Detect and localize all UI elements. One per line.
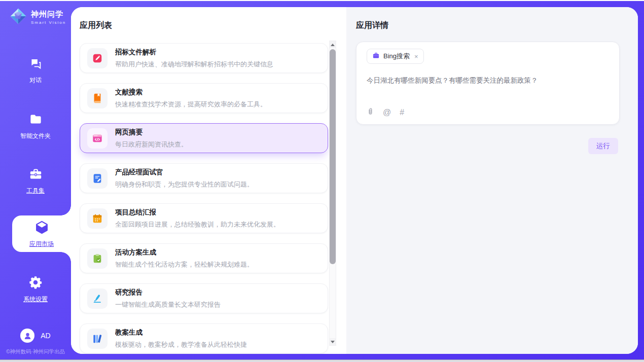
tool-tag-label: Bing搜索 bbox=[383, 52, 410, 61]
browser-code-icon bbox=[87, 128, 108, 149]
list-item-desc: 快速精准查找学术资源，提高研究效率的必备工具。 bbox=[115, 100, 267, 109]
list-item-desc: 帮助用户快速、准确地理解和解析招标书中的关键信息 bbox=[115, 60, 273, 69]
sidebar-item-label: 智能文件夹 bbox=[20, 132, 51, 140]
list-item-title: 文献搜索 bbox=[115, 88, 267, 97]
sidebar-item-chat[interactable]: 对话 bbox=[0, 57, 71, 85]
scrollbar-thumb[interactable] bbox=[330, 49, 336, 264]
sidebar-item-app-market[interactable]: 应用市场 bbox=[12, 215, 71, 252]
list-item-event-plan[interactable]: 活动方案生成 智能生成个性化活动方案，轻松解决规划难题。 bbox=[80, 243, 328, 273]
brand-logo: 神州问学 Smart Vision bbox=[9, 7, 66, 27]
list-item-project-summary[interactable]: 项目总结汇报 全面回顾项目进展，总结经验教训，助力未来优化发展。 bbox=[80, 203, 328, 233]
sidebar-item-label: 系统设置 bbox=[23, 295, 48, 304]
triangle-down-icon bbox=[331, 341, 335, 343]
list-item-desc: 全面回顾项目进展，总结经验教训，助力未来优化发展。 bbox=[115, 220, 280, 229]
avatar[interactable] bbox=[20, 329, 34, 343]
list-item-desc: 模板驱动，教案秒成，教学准备从此轻松快捷 bbox=[115, 340, 247, 349]
copyright-text: ©神州数码·神州问学出品 bbox=[0, 348, 71, 355]
app-list-title: 应用列表 bbox=[80, 20, 112, 31]
query-card[interactable]: Bing搜索 × 今日湖北有哪些新闻要点？有哪些需要关注的最新政策？ @ # bbox=[356, 42, 620, 125]
sidebar-item-label: 对话 bbox=[29, 76, 42, 85]
edit-document-icon bbox=[87, 48, 108, 68]
diamond-logo-icon bbox=[9, 7, 27, 27]
list-item-title: 教案生成 bbox=[115, 328, 247, 337]
clipboard-check-icon bbox=[87, 248, 108, 269]
sidebar: 神州问学 Smart Vision 对话 智能文件夹 bbox=[0, 1, 71, 360]
sidebar-item-label: 工具集 bbox=[26, 187, 45, 195]
list-item-pm-interviewer[interactable]: 产品经理面试官 明确身份和职责，为您提供专业性的面试问题。 bbox=[80, 163, 328, 193]
list-item-title: 活动方案生成 bbox=[115, 248, 254, 257]
list-scrollbar[interactable] bbox=[329, 41, 336, 346]
list-item-desc: 智能生成个性化活动方案，轻松解决规划难题。 bbox=[115, 260, 254, 269]
list-item-title: 产品经理面试官 bbox=[115, 168, 254, 177]
book-icon bbox=[87, 88, 108, 108]
folder-icon bbox=[29, 113, 43, 128]
interview-doc-icon bbox=[87, 168, 108, 189]
list-item-title: 网页摘要 bbox=[115, 128, 188, 137]
briefcase-icon bbox=[372, 52, 380, 61]
sidebar-item-smart-folder[interactable]: 智能文件夹 bbox=[0, 113, 71, 140]
user-footer[interactable]: AD bbox=[0, 329, 71, 343]
page-edge bbox=[0, 360, 644, 362]
sidebar-item-toolset[interactable]: 工具集 bbox=[0, 167, 71, 195]
avatar-name: AD bbox=[41, 332, 50, 340]
gear-icon bbox=[28, 275, 43, 292]
list-item-desc: 明确身份和职责，为您提供专业性的面试问题。 bbox=[115, 180, 254, 189]
list-item-desc: 每日政府新闻资讯快查。 bbox=[115, 140, 188, 149]
brand-name: 神州问学 bbox=[31, 10, 66, 19]
app-detail-panel: 应用详情 Bing搜索 × 今日湖北有哪些新闻要点？有哪些需要关注的最新政策？ bbox=[346, 7, 638, 354]
list-item-lesson-plan[interactable]: 教案生成 模板驱动，教案秒成，教学准备从此轻松快捷 bbox=[80, 323, 328, 353]
triangle-up-icon bbox=[331, 44, 335, 46]
sidebar-item-settings[interactable]: 系统设置 bbox=[0, 275, 71, 304]
close-icon[interactable]: × bbox=[414, 53, 418, 60]
chat-icon bbox=[29, 57, 43, 73]
list-item-literature-search[interactable]: 文献搜索 快速精准查找学术资源，提高研究效率的必备工具。 bbox=[80, 83, 328, 113]
app-list-panel: 应用列表 招标文件解析 帮助用户快速、准确地理解和解析招标书中的关键信息 bbox=[71, 7, 346, 354]
at-mention-icon[interactable]: @ bbox=[383, 108, 391, 117]
list-item-title: 研究报告 bbox=[115, 288, 221, 297]
toolbox-icon bbox=[28, 167, 43, 183]
list-item-desc: 一键智能生成高质量长文本研究报告 bbox=[115, 300, 221, 309]
research-pen-icon bbox=[87, 288, 108, 309]
person-icon bbox=[23, 332, 32, 340]
paperclip-icon[interactable] bbox=[367, 107, 374, 118]
app-list: 招标文件解析 帮助用户快速、准确地理解和解析招标书中的关键信息 文献搜索 快速精… bbox=[80, 43, 328, 354]
run-button[interactable]: 运行 bbox=[588, 138, 618, 154]
sidebar-item-label: 应用市场 bbox=[29, 240, 54, 248]
query-input[interactable]: 今日湖北有哪些新闻要点？有哪些需要关注的最新政策？ bbox=[367, 76, 609, 86]
list-item-bid-parse[interactable]: 招标文件解析 帮助用户快速、准确地理解和解析招标书中的关键信息 bbox=[80, 43, 328, 73]
list-item-web-summary[interactable]: 网页摘要 每日政府新闻资讯快查。 bbox=[80, 123, 328, 153]
brand-subtitle: Smart Vision bbox=[31, 20, 66, 25]
list-item-title: 项目总结汇报 bbox=[115, 208, 280, 217]
books-icon bbox=[87, 329, 108, 349]
input-toolbar: @ # bbox=[367, 107, 404, 118]
list-item-title: 招标文件解析 bbox=[115, 48, 273, 57]
cube-icon bbox=[34, 220, 50, 237]
tool-tag-bing-search[interactable]: Bing搜索 × bbox=[367, 49, 424, 64]
scroll-up-button[interactable] bbox=[330, 41, 336, 48]
calendar-icon bbox=[87, 208, 108, 229]
hash-icon[interactable]: # bbox=[400, 108, 404, 117]
app-detail-title: 应用详情 bbox=[356, 20, 388, 31]
scroll-down-button[interactable] bbox=[330, 338, 336, 345]
list-item-research-report[interactable]: 研究报告 一键智能生成高质量长文本研究报告 bbox=[80, 283, 328, 313]
main-container: 应用列表 招标文件解析 帮助用户快速、准确地理解和解析招标书中的关键信息 bbox=[71, 7, 638, 354]
